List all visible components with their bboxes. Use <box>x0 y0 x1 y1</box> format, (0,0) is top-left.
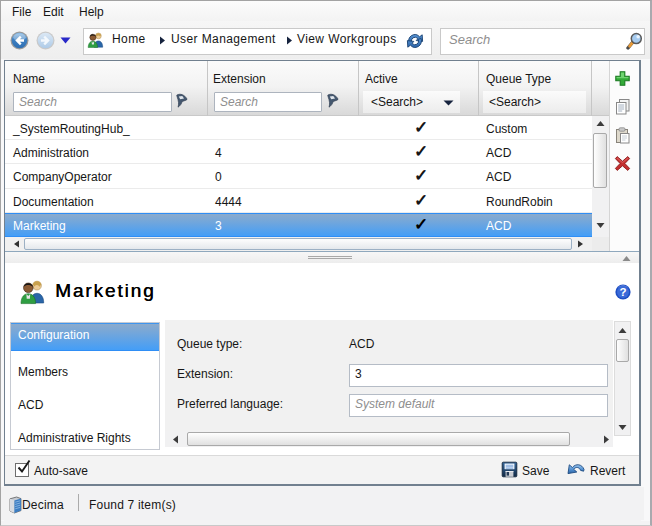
svg-text:?: ? <box>619 286 626 298</box>
